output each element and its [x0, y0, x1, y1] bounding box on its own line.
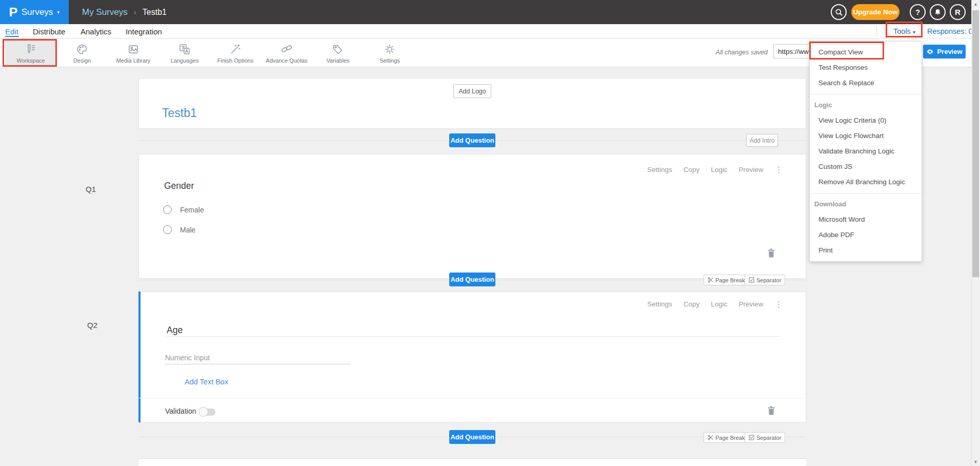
chevron-down-icon: ▾ — [57, 9, 59, 15]
selected-question-indicator — [138, 292, 141, 422]
toolbar-item-label: Design — [73, 57, 91, 64]
breadcrumb-my-surveys[interactable]: My Surveys — [82, 7, 128, 17]
settings-action[interactable]: Settings — [647, 300, 672, 308]
logic-action[interactable]: Logic — [711, 166, 727, 173]
translate-icon — [178, 43, 191, 56]
option-label[interactable]: Male — [180, 226, 195, 234]
checkbox-icon — [749, 277, 754, 283]
survey-title[interactable]: Testb1 — [162, 106, 197, 120]
menu-item-test-responses[interactable]: Test Responses — [810, 60, 922, 75]
kebab-menu-icon[interactable]: ⋮ — [775, 299, 783, 309]
toolbar-item-label: Advance Quotas — [266, 57, 307, 64]
app-logo-menu[interactable]: P Surveys ▾ — [0, 0, 69, 24]
notifications-button[interactable] — [930, 4, 946, 20]
copy-action[interactable]: Copy — [684, 166, 700, 173]
next-page-card-stub — [138, 459, 806, 466]
toolbar-item-media-library[interactable]: Media Library — [108, 38, 159, 67]
menu-divider — [810, 193, 922, 193]
tab-edit[interactable]: Edit — [5, 27, 18, 36]
page-break-label: Page Break — [715, 435, 745, 441]
tab-analytics[interactable]: Analytics — [81, 27, 111, 36]
menu-item-search-replace[interactable]: Search & Replace — [810, 75, 922, 91]
scissors-icon — [708, 277, 713, 283]
validation-divider — [139, 398, 806, 398]
add-question-button-1[interactable]: Add Question — [449, 133, 495, 147]
preview-action[interactable]: Preview — [739, 300, 764, 308]
add-text-box-link[interactable]: Add Text Box — [185, 378, 228, 386]
trash-icon-q1[interactable] — [767, 248, 775, 258]
question-title-q1[interactable]: Gender — [164, 181, 194, 191]
answer-option-row: Female — [163, 205, 204, 214]
separator-button-1[interactable]: Separator — [745, 275, 785, 285]
preview-action[interactable]: Preview — [739, 166, 764, 173]
numeric-input-field[interactable] — [165, 351, 350, 364]
autosave-status: All changes saved — [706, 49, 768, 56]
validation-toggle[interactable] — [199, 409, 215, 416]
add-intro-button[interactable]: Add Intro — [746, 134, 778, 147]
menu-item-custom-js[interactable]: Custom JS — [810, 159, 922, 174]
menu-item-microsoft-word[interactable]: Microsoft Word — [810, 212, 922, 227]
trash-icon-q2[interactable] — [767, 406, 775, 415]
toolbar-item-finish-options[interactable]: Finish Options — [210, 38, 261, 67]
tools-dropdown-menu: Compact View Test Responses Search & Rep… — [809, 41, 922, 262]
tab-integration[interactable]: Integration — [126, 27, 162, 36]
add-question-label: Add Question — [450, 137, 494, 144]
breadcrumb-current: Testb1 — [143, 8, 167, 17]
menu-item-remove-all-branching-logic[interactable]: Remove All Branching Logic — [810, 174, 922, 190]
question-title-q2[interactable]: Age — [167, 325, 183, 336]
add-logo-button[interactable]: Add Logo — [453, 84, 491, 98]
page-break-button-2[interactable]: Page Break — [704, 432, 749, 443]
palette-icon — [75, 43, 89, 56]
option-label[interactable]: Female — [180, 206, 204, 214]
settings-action[interactable]: Settings — [647, 166, 672, 173]
breadcrumb-separator: › — [134, 8, 136, 16]
chain-link-icon — [280, 43, 293, 56]
question-number-q2: Q2 — [87, 321, 97, 329]
kebab-menu-icon[interactable]: ⋮ — [775, 165, 783, 174]
toolbar-item-settings[interactable]: Settings — [364, 38, 415, 67]
menu-header-logic: Logic — [810, 98, 922, 113]
toolbar-item-advance-quotas[interactable]: Advance Quotas — [261, 38, 312, 67]
menu-item-view-logic-criteria[interactable]: View Logic Criteria (0) — [810, 113, 922, 128]
copy-action[interactable]: Copy — [684, 300, 700, 308]
scissors-icon — [708, 435, 713, 440]
menu-item-adobe-pdf[interactable]: Adobe PDF — [810, 227, 922, 243]
search-button[interactable] — [831, 4, 847, 20]
add-question-button-3[interactable]: Add Question — [449, 430, 495, 444]
scrollbar-up-arrow[interactable]: ▲ — [971, 2, 980, 7]
upgrade-now-button[interactable]: Upgrade Now — [851, 4, 899, 20]
separator-label: Separator — [756, 435, 781, 441]
account-avatar[interactable]: R — [950, 4, 966, 20]
survey-builder-screen: P Surveys ▾ My Surveys › Testb1 Upgrade … — [0, 0, 980, 466]
question-actions-q1: Settings Copy Logic Preview ⋮ — [647, 165, 783, 174]
radio-button-female[interactable] — [163, 205, 172, 214]
toolbar-item-label: Variables — [326, 57, 349, 64]
question-number-q1: Q1 — [86, 185, 96, 193]
separator-button-2[interactable]: Separator — [745, 432, 785, 443]
page-break-button-1[interactable]: Page Break — [704, 275, 749, 285]
annotation-box-tools — [886, 22, 923, 37]
menu-item-view-logic-flowchart[interactable]: View Logic Flowchart — [810, 128, 922, 144]
toolbar-item-design[interactable]: Design — [56, 38, 108, 67]
add-question-label: Add Question — [450, 276, 494, 283]
tab-distribute[interactable]: Distribute — [33, 27, 65, 36]
scrollbar-down-arrow[interactable]: ▼ — [971, 459, 980, 464]
help-button[interactable]: ? — [910, 4, 926, 20]
breadcrumb: My Surveys › Testb1 — [82, 0, 167, 24]
preview-button[interactable]: Preview — [923, 45, 966, 59]
toolbar-item-variables[interactable]: Variables — [312, 38, 364, 67]
scrollbar-thumb[interactable] — [972, 10, 979, 277]
responses-count[interactable]: Responses: 0 — [927, 27, 973, 35]
question-title-underline — [165, 336, 779, 337]
preview-label: Preview — [937, 48, 962, 55]
radio-button-male[interactable] — [163, 225, 172, 234]
gear-icon — [383, 43, 396, 56]
toggle-knob — [198, 407, 208, 417]
add-question-button-2[interactable]: Add Question — [449, 273, 495, 286]
logic-action[interactable]: Logic — [711, 300, 727, 308]
toolbar-item-languages[interactable]: Languages — [159, 38, 210, 67]
menu-item-validate-branching-logic[interactable]: Validate Branching Logic — [810, 144, 922, 159]
bell-icon — [934, 8, 942, 16]
image-icon — [127, 43, 140, 56]
menu-item-print[interactable]: Print — [810, 243, 922, 258]
